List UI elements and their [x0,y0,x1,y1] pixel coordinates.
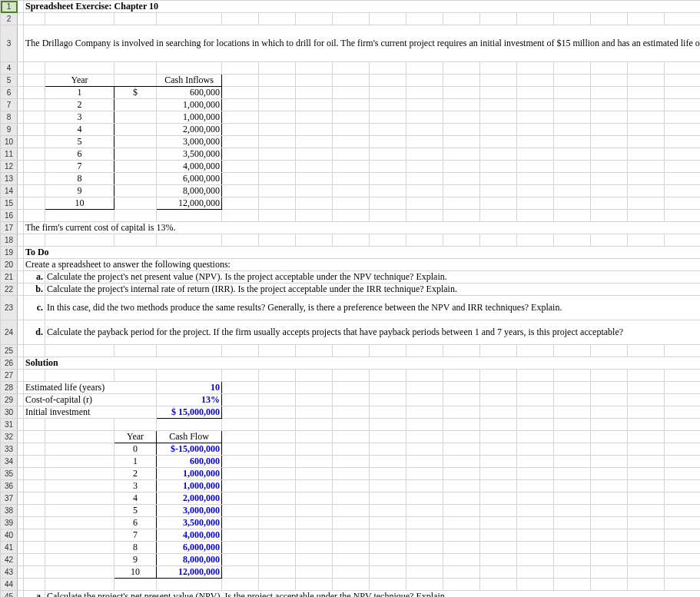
cell[interactable] [665,185,701,197]
cell[interactable] [259,493,296,505]
cell[interactable] [259,173,296,185]
cell[interactable] [259,345,296,357]
cell[interactable] [517,529,554,542]
cell[interactable] [628,493,665,505]
cell[interactable] [406,542,443,554]
cell[interactable] [18,529,24,542]
cell[interactable] [24,419,45,431]
cell[interactable] [406,505,443,517]
cell[interactable] [24,234,45,247]
cell[interactable] [18,505,24,517]
cell[interactable] [259,394,296,406]
cell[interactable] [222,419,259,431]
cell[interactable] [18,75,24,87]
cell[interactable] [114,370,157,382]
cell[interactable] [517,173,554,185]
cell[interactable] [18,443,24,456]
cell[interactable] [443,406,480,419]
cell[interactable] [665,13,701,25]
cell[interactable] [443,419,480,431]
cell[interactable] [114,99,157,111]
cell[interactable] [45,554,114,566]
cell[interactable] [554,99,591,111]
cell[interactable] [24,148,45,161]
cell[interactable] [665,136,701,148]
cell[interactable] [517,136,554,148]
cell[interactable] [517,394,554,406]
cell[interactable] [554,394,591,406]
cell[interactable] [628,13,665,25]
row-header[interactable]: 18 [1,234,18,247]
cell[interactable] [18,566,24,579]
cell[interactable] [18,13,24,25]
cell[interactable] [443,75,480,87]
cell[interactable] [370,468,406,480]
cell[interactable] [443,99,480,111]
cell[interactable] [554,370,591,382]
cell[interactable] [296,62,333,75]
cell[interactable] [406,554,443,566]
row-header[interactable]: 11 [1,148,18,161]
cell[interactable] [370,529,406,542]
cell[interactable] [665,210,701,222]
cell[interactable] [517,185,554,197]
cell[interactable] [18,296,24,320]
cell[interactable] [591,87,628,99]
cell[interactable] [259,419,296,431]
row-header[interactable]: 34 [1,456,18,468]
cell[interactable] [628,210,665,222]
cell[interactable] [591,370,628,382]
cell[interactable] [443,382,480,394]
cell[interactable] [24,579,45,591]
cell[interactable] [591,345,628,357]
cell[interactable] [114,234,157,247]
cell[interactable] [370,382,406,394]
cell[interactable] [591,517,628,529]
cell[interactable] [480,111,517,124]
cell[interactable] [370,197,406,210]
cell[interactable] [370,480,406,493]
cell[interactable] [665,406,701,419]
cell[interactable] [554,148,591,161]
cell[interactable] [259,554,296,566]
cell[interactable] [480,480,517,493]
cell[interactable] [259,99,296,111]
row-header[interactable]: 42 [1,554,18,566]
cell[interactable] [517,505,554,517]
cell[interactable] [480,505,517,517]
cell[interactable] [443,456,480,468]
cell[interactable] [517,210,554,222]
cell[interactable] [296,13,333,25]
cell[interactable] [406,197,443,210]
cell[interactable] [480,456,517,468]
cell[interactable] [591,456,628,468]
cell[interactable] [628,579,665,591]
cell[interactable] [406,382,443,394]
cell[interactable] [370,62,406,75]
cell[interactable] [259,542,296,554]
cell[interactable] [665,148,701,161]
cell[interactable] [45,480,114,493]
cell[interactable] [665,505,701,517]
cell[interactable] [443,87,480,99]
cell[interactable] [665,173,701,185]
cell[interactable] [296,505,333,517]
cell[interactable] [665,529,701,542]
cell[interactable] [665,62,701,75]
cell[interactable] [480,443,517,456]
cell[interactable] [333,87,370,99]
cell[interactable] [443,370,480,382]
row-header[interactable]: 24 [1,320,18,345]
cell[interactable] [259,13,296,25]
cell[interactable] [628,505,665,517]
cell[interactable] [259,566,296,579]
cell[interactable] [114,111,157,124]
row-header[interactable]: 27 [1,370,18,382]
row-header[interactable]: 16 [1,210,18,222]
cell[interactable] [591,566,628,579]
cell[interactable] [333,197,370,210]
cell[interactable] [370,345,406,357]
row-header[interactable]: 31 [1,419,18,431]
cell[interactable] [480,431,517,443]
cell[interactable] [480,579,517,591]
